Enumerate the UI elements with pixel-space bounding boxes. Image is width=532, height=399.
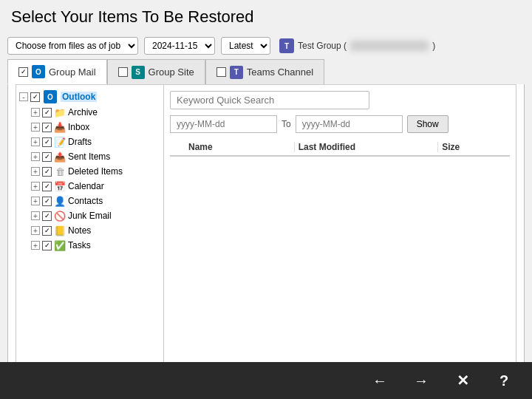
tree-toggle-tasks[interactable]: +	[31, 241, 40, 250]
tree-toggle-notes[interactable]: +	[31, 226, 40, 235]
tree-root-label: Outlook	[61, 92, 97, 102]
search-panel: To Show Name Last Modified Size	[164, 85, 516, 364]
tree-label-notes: Notes	[68, 225, 91, 236]
tree-label-tasks: Tasks	[68, 240, 91, 250]
test-group-close: )	[432, 41, 435, 51]
tree-item-calendar[interactable]: + 📅 Calendar	[16, 179, 163, 194]
tree-item-deleted[interactable]: + 🗑 Deleted Items	[16, 164, 163, 179]
folder-inbox-icon: 📥	[54, 121, 66, 133]
tree-label-calendar: Calendar	[68, 181, 104, 191]
tree-toggle-deleted[interactable]: +	[31, 167, 40, 176]
date-from-input[interactable]	[170, 115, 277, 133]
tree-label-contacts: Contacts	[68, 196, 103, 206]
tree-checkbox-notes[interactable]	[42, 226, 52, 236]
folder-sent-icon: 📤	[54, 151, 66, 163]
tree-label-sent: Sent Items	[68, 151, 110, 162]
tab-group-mail-checkbox[interactable]	[18, 67, 28, 77]
header-name-col: Name	[188, 142, 295, 152]
tree-item-notes[interactable]: + 📒 Notes	[16, 223, 163, 238]
tree-toggle-inbox[interactable]: +	[31, 123, 40, 132]
folder-contacts-icon: 👤	[54, 195, 66, 207]
tree-root[interactable]: - O Outlook	[16, 89, 163, 105]
tree-checkbox-contacts[interactable]	[42, 197, 52, 206]
tree-item-inbox[interactable]: + 📥 Inbox	[16, 120, 163, 134]
tree-checkbox-calendar[interactable]	[42, 182, 52, 191]
test-group-label: Test Group (	[298, 41, 347, 51]
outlook-icon: O	[32, 65, 45, 78]
tree-label-inbox: Inbox	[68, 122, 89, 132]
results-table-header: Name Last Modified Size	[170, 139, 510, 157]
tree-item-drafts[interactable]: + 📝 Drafts	[16, 134, 163, 149]
toolbar: Choose from files as of job 2024-11-15 L…	[0, 33, 532, 59]
tree-item-sent[interactable]: + 📤 Sent Items	[16, 149, 163, 164]
test-group-email: email@domain.com	[350, 41, 429, 51]
tree-toggle-calendar[interactable]: +	[31, 182, 40, 191]
tree-checkbox-tasks[interactable]	[42, 241, 52, 250]
tree-item-tasks[interactable]: + ✅ Tasks	[16, 238, 163, 253]
teams-group-icon: T	[279, 38, 294, 53]
folder-deleted-icon: 🗑	[54, 166, 66, 177]
tree-label-junk: Junk Email	[68, 211, 112, 221]
tree-checkbox-archive[interactable]	[42, 108, 52, 117]
keyword-search-input[interactable]	[170, 91, 369, 109]
tab-group-site-checkbox[interactable]	[118, 67, 128, 77]
date-select[interactable]: 2024-11-15	[144, 37, 215, 55]
tab-group-mail-label: Group Mail	[49, 66, 96, 78]
tab-bar: O Group Mail S Group Site T Teams Channe…	[7, 59, 525, 84]
tree-checkbox-root[interactable]	[30, 92, 40, 102]
date-to-input[interactable]	[296, 115, 403, 133]
date-range-row: To Show	[170, 115, 510, 133]
tab-group-mail[interactable]: O Group Mail	[7, 59, 107, 84]
back-button[interactable]: ←	[366, 367, 393, 394]
folder-calendar-icon: 📅	[54, 180, 66, 192]
header-size-col: Size	[438, 142, 510, 152]
tree-item-contacts[interactable]: + 👤 Contacts	[16, 194, 163, 208]
page-title: Select Your Items To Be Restored	[0, 0, 532, 33]
tab-group-site[interactable]: S Group Site	[107, 59, 205, 84]
tree-label-deleted: Deleted Items	[68, 166, 123, 177]
tree-label-drafts: Drafts	[68, 137, 92, 147]
tree-toggle-drafts[interactable]: +	[31, 137, 40, 146]
folder-tasks-icon: ✅	[54, 239, 66, 251]
tree-toggle-archive[interactable]: +	[31, 108, 40, 117]
tree-checkbox-inbox[interactable]	[42, 123, 52, 132]
test-group-info: T Test Group ( email@domain.com )	[279, 38, 435, 53]
tab-teams-label: Teams Channel	[247, 66, 313, 78]
tree-toggle-root[interactable]: -	[19, 92, 28, 101]
tree-checkbox-drafts[interactable]	[42, 137, 52, 147]
version-select[interactable]: Latest	[221, 37, 270, 55]
search-bar	[170, 91, 510, 109]
tree-item-junk[interactable]: + 🚫 Junk Email	[16, 208, 163, 223]
to-label: To	[282, 119, 291, 129]
forward-button[interactable]: →	[408, 367, 434, 394]
tree-checkbox-junk[interactable]	[42, 211, 52, 221]
tree-label-archive: Archive	[68, 107, 98, 117]
tab-teams-channel[interactable]: T Teams Channel	[205, 59, 324, 84]
tree-toggle-junk[interactable]: +	[31, 211, 40, 220]
tree-toggle-sent[interactable]: +	[31, 152, 40, 161]
tree-panel: - O Outlook + 📁 Archive + 📥 Inbox	[16, 85, 164, 364]
tree-item-archive[interactable]: + 📁 Archive	[16, 105, 163, 120]
tree-toggle-contacts[interactable]: +	[31, 197, 40, 205]
header-checkbox-col	[170, 142, 188, 152]
header-modified-col: Last Modified	[295, 142, 439, 152]
tab-teams-checkbox[interactable]	[216, 67, 226, 77]
folder-notes-icon: 📒	[54, 225, 66, 236]
sharepoint-icon: S	[132, 66, 145, 79]
outlook-tree-icon: O	[44, 90, 57, 103]
folder-junk-icon: 🚫	[54, 210, 66, 222]
show-button[interactable]: Show	[407, 115, 449, 133]
close-button[interactable]: ✕	[449, 367, 476, 394]
folder-archive-icon: 📁	[54, 106, 66, 118]
teams-icon: T	[230, 66, 243, 79]
tree-checkbox-deleted[interactable]	[42, 167, 52, 177]
content-area: - O Outlook + 📁 Archive + 📥 Inbox	[16, 84, 516, 365]
bottom-nav-bar: ← → ✕ ?	[0, 362, 532, 399]
folder-drafts-icon: 📝	[54, 136, 66, 148]
main-content: - O Outlook + 📁 Archive + 📥 Inbox	[7, 84, 525, 366]
job-select[interactable]: Choose from files as of job	[7, 37, 138, 55]
help-button[interactable]: ?	[491, 367, 517, 394]
tab-group-site-label: Group Site	[149, 66, 194, 78]
tree-checkbox-sent[interactable]	[42, 152, 52, 162]
